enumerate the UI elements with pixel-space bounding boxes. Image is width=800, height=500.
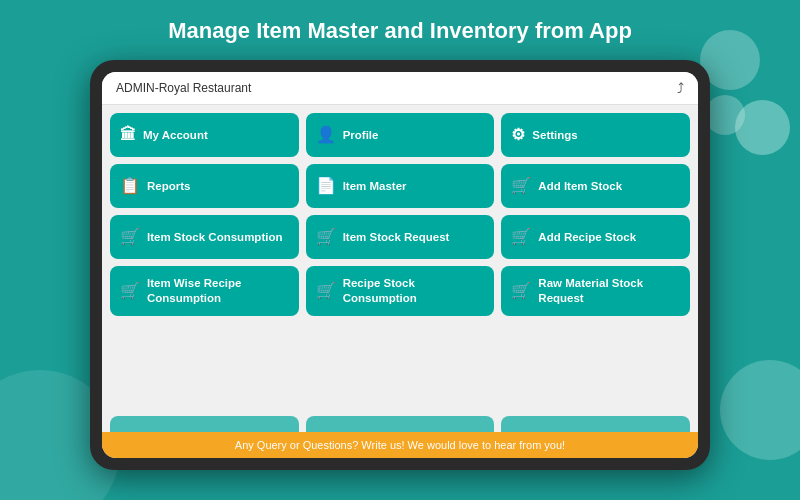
profile-label: Profile — [343, 128, 485, 143]
share-icon[interactable]: ⤴ — [677, 80, 684, 96]
tablet-screen: ADMIN-Royal Restaurant ⤴ 🏛My Account👤Pro… — [102, 72, 698, 458]
menu-btn-item-stock-consumption[interactable]: 🛒Item Stock Consumption — [110, 215, 299, 259]
menu-grid-area: 🏛My Account👤Profile⚙Settings📋Reports📄Ite… — [102, 105, 698, 416]
menu-btn-item-master[interactable]: 📄Item Master — [306, 164, 495, 208]
settings-icon: ⚙ — [511, 125, 525, 146]
recipe-stock-consumption-label: Recipe Stock Consumption — [343, 276, 485, 306]
add-item-stock-icon: 🛒 — [511, 176, 531, 197]
menu-btn-item-stock-request[interactable]: 🛒Item Stock Request — [306, 215, 495, 259]
partial-btn-1 — [110, 416, 299, 432]
page-title: Manage Item Master and Inventory from Ap… — [0, 18, 800, 44]
item-stock-consumption-label: Item Stock Consumption — [147, 230, 289, 245]
raw-material-stock-request-icon: 🛒 — [511, 281, 531, 302]
partial-row — [102, 416, 698, 432]
item-master-label: Item Master — [343, 179, 485, 194]
menu-btn-settings[interactable]: ⚙Settings — [501, 113, 690, 157]
reports-icon: 📋 — [120, 176, 140, 197]
bottom-bar: Any Query or Questions? Write us! We wou… — [102, 432, 698, 458]
item-master-icon: 📄 — [316, 176, 336, 197]
settings-label: Settings — [532, 128, 680, 143]
menu-btn-profile[interactable]: 👤Profile — [306, 113, 495, 157]
my-account-icon: 🏛 — [120, 125, 136, 146]
my-account-label: My Account — [143, 128, 289, 143]
bottom-bar-text: Any Query or Questions? Write us! We wou… — [235, 439, 565, 451]
menu-grid: 🏛My Account👤Profile⚙Settings📋Reports📄Ite… — [110, 113, 690, 316]
partial-btn-2 — [306, 416, 495, 432]
item-stock-request-label: Item Stock Request — [343, 230, 485, 245]
item-stock-request-icon: 🛒 — [316, 227, 336, 248]
menu-btn-my-account[interactable]: 🏛My Account — [110, 113, 299, 157]
raw-material-stock-request-label: Raw Material Stock Request — [538, 276, 680, 306]
menu-btn-add-recipe-stock[interactable]: 🛒Add Recipe Stock — [501, 215, 690, 259]
menu-btn-recipe-stock-consumption[interactable]: 🛒Recipe Stock Consumption — [306, 266, 495, 316]
add-item-stock-label: Add Item Stock — [538, 179, 680, 194]
item-stock-consumption-icon: 🛒 — [120, 227, 140, 248]
menu-btn-reports[interactable]: 📋Reports — [110, 164, 299, 208]
add-recipe-stock-icon: 🛒 — [511, 227, 531, 248]
partial-btn-3 — [501, 416, 690, 432]
tablet-frame: ADMIN-Royal Restaurant ⤴ 🏛My Account👤Pro… — [90, 60, 710, 470]
screen-header: ADMIN-Royal Restaurant ⤴ — [102, 72, 698, 105]
reports-label: Reports — [147, 179, 289, 194]
profile-icon: 👤 — [316, 125, 336, 146]
decorative-circle-large2 — [720, 360, 800, 460]
menu-btn-add-item-stock[interactable]: 🛒Add Item Stock — [501, 164, 690, 208]
add-recipe-stock-label: Add Recipe Stock — [538, 230, 680, 245]
item-wise-recipe-consumption-label: Item Wise Recipe Consumption — [147, 276, 289, 306]
screen-header-title: ADMIN-Royal Restaurant — [116, 81, 251, 95]
recipe-stock-consumption-icon: 🛒 — [316, 281, 336, 302]
item-wise-recipe-consumption-icon: 🛒 — [120, 281, 140, 302]
menu-btn-item-wise-recipe-consumption[interactable]: 🛒Item Wise Recipe Consumption — [110, 266, 299, 316]
decorative-circle-3 — [735, 100, 790, 155]
menu-btn-raw-material-stock-request[interactable]: 🛒Raw Material Stock Request — [501, 266, 690, 316]
